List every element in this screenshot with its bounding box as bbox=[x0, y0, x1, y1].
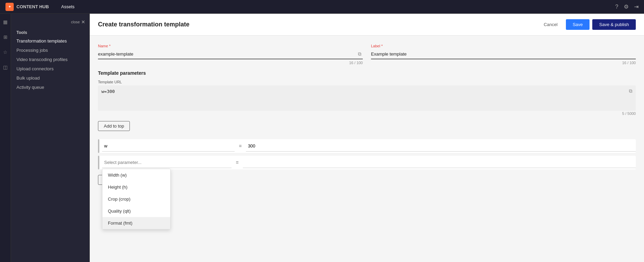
template-url-label: Template URL bbox=[98, 80, 636, 84]
textarea-copy-icon[interactable]: ⧉ bbox=[629, 88, 632, 94]
topbar-section: Assets bbox=[61, 4, 75, 9]
add-to-top-wrapper: Add to top bbox=[98, 121, 636, 136]
close-label: close bbox=[71, 20, 80, 24]
sidebar-item-bulk-upload[interactable]: Bulk upload bbox=[11, 73, 89, 83]
label-input-wrapper bbox=[371, 49, 636, 59]
dropdown-item-width[interactable]: Width (w) bbox=[102, 169, 170, 181]
template-params-section: Template parameters Template URL w=300 ⧉… bbox=[98, 70, 636, 185]
sidebar-item-processing-jobs[interactable]: Processing jobs bbox=[11, 46, 89, 55]
sidebar: close ✕ Tools Transformation templates P… bbox=[11, 14, 90, 262]
save-publish-button[interactable]: Save & publish bbox=[592, 19, 636, 30]
name-input[interactable] bbox=[98, 49, 357, 59]
param-row-existing: = bbox=[98, 139, 636, 153]
param-select-input[interactable] bbox=[102, 157, 232, 168]
drag-handle[interactable] bbox=[98, 139, 99, 153]
add-to-top-button[interactable]: Add to top bbox=[98, 121, 130, 131]
dropdown-item-quality[interactable]: Quality (qlt) bbox=[102, 205, 170, 217]
sidebar-item-video-transcoding-profiles[interactable]: Video transcoding profiles bbox=[11, 55, 89, 64]
logo-icon: ✦ bbox=[5, 3, 14, 11]
name-field-group: Name * ⧉ 16 / 100 bbox=[98, 44, 363, 65]
name-input-wrapper: ⧉ bbox=[98, 49, 363, 59]
dropdown-item-crop[interactable]: Crop (crop) bbox=[102, 193, 170, 205]
close-icon[interactable]: ✕ bbox=[81, 19, 85, 25]
topbar: ✦ CONTENT HUB Assets ? ⚙ ⇥ bbox=[0, 0, 644, 14]
url-char-count: 5 / 5000 bbox=[98, 111, 636, 116]
add-to-bottom-wrapper: Add to top bbox=[98, 172, 636, 185]
rail-icon-grid[interactable]: ▦ bbox=[1, 18, 10, 26]
sidebar-close-bar: close ✕ bbox=[11, 19, 89, 27]
rail-icon-filter[interactable]: ⊞ bbox=[1, 33, 10, 41]
param-key-input[interactable] bbox=[102, 141, 235, 152]
name-char-count: 16 / 100 bbox=[98, 61, 363, 65]
sidebar-heading: Tools bbox=[11, 27, 89, 36]
icon-rail: ▦ ⊞ ☆ ◫ bbox=[0, 14, 11, 262]
template-url-area-wrapper: w=300 ⧉ bbox=[98, 85, 636, 111]
param-select-wrapper: Width (w) Height (h) Crop (crop) Quality… bbox=[102, 157, 232, 168]
rail-icon-layers[interactable]: ◫ bbox=[1, 63, 10, 71]
name-label: Name * bbox=[98, 44, 363, 48]
label-field-group: Label * 16 / 100 bbox=[371, 44, 636, 65]
content-area: Create transformation template Cancel Sa… bbox=[90, 14, 644, 262]
settings-icon[interactable]: ⚙ bbox=[624, 3, 629, 10]
form-header-actions: Cancel Save Save & publish bbox=[538, 19, 636, 30]
section-title: Template parameters bbox=[98, 70, 636, 76]
form-header: Create transformation template Cancel Sa… bbox=[90, 14, 644, 36]
form-body: Name * ⧉ 16 / 100 Label * 16 / 100 bbox=[90, 36, 644, 262]
help-icon[interactable]: ? bbox=[615, 4, 618, 10]
dropdown-item-height[interactable]: Height (h) bbox=[102, 181, 170, 193]
topbar-icons: ? ⚙ ⇥ bbox=[615, 3, 639, 10]
sidebar-item-transformation-templates[interactable]: Transformation templates bbox=[11, 36, 89, 46]
sidebar-item-upload-connectors[interactable]: Upload connectors bbox=[11, 64, 89, 73]
name-label-row: Name * ⧉ 16 / 100 Label * 16 / 100 bbox=[98, 44, 636, 65]
logout-icon[interactable]: ⇥ bbox=[634, 3, 639, 10]
label-char-count: 16 / 100 bbox=[371, 61, 636, 65]
app-logo: ✦ CONTENT HUB bbox=[5, 3, 49, 11]
main-layout: ▦ ⊞ ☆ ◫ close ✕ Tools Transformation tem… bbox=[0, 14, 644, 262]
label-label: Label * bbox=[371, 44, 636, 48]
sidebar-item-activity-queue[interactable]: Activity queue bbox=[11, 83, 89, 92]
param-row-new: Width (w) Height (h) Crop (crop) Quality… bbox=[98, 156, 636, 169]
param-dropdown-menu: Width (w) Height (h) Crop (crop) Quality… bbox=[102, 169, 171, 229]
cancel-button[interactable]: Cancel bbox=[538, 19, 563, 30]
param-value-input-new[interactable] bbox=[243, 157, 636, 168]
param-equals-new: = bbox=[234, 160, 240, 165]
rail-icon-person[interactable]: ☆ bbox=[1, 48, 10, 56]
param-value-input[interactable] bbox=[246, 141, 636, 152]
form-title: Create transformation template bbox=[98, 21, 189, 28]
param-equals: = bbox=[237, 143, 243, 149]
name-copy-icon[interactable]: ⧉ bbox=[357, 51, 363, 57]
label-input[interactable] bbox=[371, 49, 636, 59]
dropdown-item-format[interactable]: Format (fmt) bbox=[102, 217, 170, 229]
save-button[interactable]: Save bbox=[566, 19, 590, 30]
drag-handle-new[interactable] bbox=[98, 156, 99, 169]
app-name: CONTENT HUB bbox=[16, 4, 49, 9]
template-url-textarea[interactable]: w=300 bbox=[98, 85, 636, 109]
